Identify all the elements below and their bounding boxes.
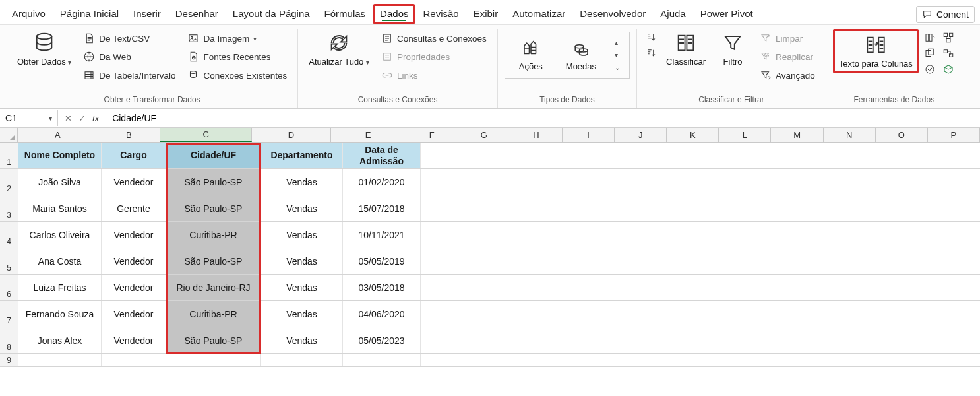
obter-dados-button[interactable]: Obter Dados ▾ xyxy=(13,29,75,69)
links-button[interactable]: Links xyxy=(377,67,491,83)
cell[interactable]: São Paulo-SP xyxy=(166,327,261,353)
cell[interactable]: 05/05/2023 xyxy=(343,327,421,353)
row-header[interactable]: 6 xyxy=(0,275,18,300)
cell[interactable]: Fernando Souza xyxy=(18,301,102,327)
cell[interactable]: 05/05/2019 xyxy=(343,248,421,274)
cell[interactable]: Data de Admissão xyxy=(343,143,421,168)
row-header[interactable]: 9 xyxy=(0,354,18,366)
cell[interactable]: Vendas xyxy=(261,169,343,195)
tab-inserir[interactable]: Inserir xyxy=(127,4,168,24)
col-header[interactable]: G xyxy=(458,128,510,142)
cell[interactable]: 10/11/2021 xyxy=(343,222,421,248)
col-header-e[interactable]: E xyxy=(331,128,406,142)
cell[interactable]: Vendas xyxy=(261,327,343,353)
cell[interactable]: 01/02/2020 xyxy=(343,169,421,195)
cell[interactable] xyxy=(102,354,166,366)
row-header[interactable]: 3 xyxy=(0,195,18,221)
acoes-button[interactable]: Ações xyxy=(512,36,550,74)
row-header[interactable]: 4 xyxy=(0,222,18,248)
cell[interactable]: Vendedor xyxy=(102,248,166,274)
col-header[interactable]: I xyxy=(563,128,615,142)
cell[interactable]: 03/05/2018 xyxy=(343,275,421,300)
cell[interactable]: Ana Costa xyxy=(18,248,102,274)
texto-para-colunas-button[interactable]: Texto para Colunas xyxy=(833,29,919,73)
cell[interactable]: Maria Santos xyxy=(18,195,102,221)
limpar-button[interactable]: Limpar xyxy=(756,30,819,46)
col-header-b[interactable]: B xyxy=(98,128,161,142)
cell[interactable]: Departamento xyxy=(261,143,343,168)
tab-formulas[interactable]: Fórmulas xyxy=(318,4,373,24)
cell[interactable]: Vendas xyxy=(261,222,343,248)
col-header[interactable]: N xyxy=(824,128,876,142)
cell[interactable]: Jonas Alex xyxy=(18,327,102,353)
reaplicar-button[interactable]: Reaplicar xyxy=(756,49,819,65)
cell[interactable]: São Paulo-SP xyxy=(166,169,261,195)
data-model-button[interactable] xyxy=(942,63,954,75)
col-header[interactable]: O xyxy=(876,128,928,142)
cell[interactable]: Vendas xyxy=(261,248,343,274)
filtro-button[interactable]: Filtro xyxy=(714,29,752,69)
col-header[interactable]: K xyxy=(667,128,719,142)
tab-automatizar[interactable]: Automatizar xyxy=(506,4,572,24)
consultas-conexoes-button[interactable]: Consultas e Conexões xyxy=(377,30,491,46)
col-header[interactable]: M xyxy=(771,128,823,142)
relationships-button[interactable] xyxy=(942,48,954,59)
cell[interactable]: Curitiba-PR xyxy=(166,301,261,327)
chevron-up-icon[interactable]: ▴ xyxy=(615,39,620,46)
consolidate-button[interactable] xyxy=(942,32,954,44)
data-validation-button[interactable] xyxy=(924,63,936,75)
cell[interactable]: Vendedor xyxy=(102,222,166,248)
cell[interactable] xyxy=(166,354,261,366)
tab-desenhar[interactable]: Desenhar xyxy=(169,4,225,24)
tab-arquivo[interactable]: Arquivo xyxy=(5,4,52,24)
row-header[interactable]: 1 xyxy=(0,143,18,168)
tab-layout[interactable]: Layout da Página xyxy=(226,4,317,24)
cell[interactable] xyxy=(18,354,102,366)
conexoes-existentes-button[interactable]: Conexões Existentes xyxy=(183,67,291,83)
cell[interactable]: Carlos Oliveira xyxy=(18,222,102,248)
row-header[interactable]: 8 xyxy=(0,327,18,353)
col-header-c[interactable]: C xyxy=(160,128,252,142)
cell[interactable]: São Paulo-SP xyxy=(166,248,261,274)
cell[interactable]: Cidade/UF xyxy=(166,143,261,168)
fontes-recentes-button[interactable]: Fontes Recentes xyxy=(183,49,291,65)
cell[interactable] xyxy=(261,354,343,366)
cell[interactable]: Vendedor xyxy=(102,327,166,353)
cell[interactable]: Curitiba-PR xyxy=(166,222,261,248)
col-header[interactable]: J xyxy=(615,128,667,142)
comments-button[interactable]: Coment xyxy=(916,6,975,23)
cell[interactable] xyxy=(343,354,421,366)
select-all-corner[interactable] xyxy=(0,128,18,142)
col-header[interactable]: F xyxy=(406,128,458,142)
cell[interactable]: Vendedor xyxy=(102,301,166,327)
tab-ajuda[interactable]: Ajuda xyxy=(654,4,692,24)
cell[interactable]: Cargo xyxy=(102,143,166,168)
row-header[interactable]: 5 xyxy=(0,248,18,274)
moedas-button[interactable]: Moedas xyxy=(562,36,600,74)
cell[interactable]: Vendedor xyxy=(102,275,166,300)
cell[interactable]: Vendas xyxy=(261,275,343,300)
classificar-button[interactable]: Classificar xyxy=(662,29,710,69)
row-header[interactable]: 7 xyxy=(0,301,18,327)
cell[interactable]: Luiza Freitas xyxy=(18,275,102,300)
tab-power-pivot[interactable]: Power Pivot xyxy=(694,4,760,24)
tab-exibir[interactable]: Exibir xyxy=(467,4,505,24)
sort-desc-button[interactable] xyxy=(645,48,657,59)
cell[interactable]: João Silva xyxy=(18,169,102,195)
cell[interactable]: 04/06/2020 xyxy=(343,301,421,327)
name-box[interactable]: C1 ▾ xyxy=(0,110,58,126)
cell[interactable]: Rio de Janeiro-RJ xyxy=(166,275,261,300)
formula-input[interactable] xyxy=(106,110,980,126)
cell[interactable]: Vendas xyxy=(261,195,343,221)
tab-desenvolvedor[interactable]: Desenvolvedor xyxy=(573,4,652,24)
cell[interactable]: 15/07/2018 xyxy=(343,195,421,221)
cell[interactable]: Vendas xyxy=(261,301,343,327)
chevron-down-icon[interactable]: ▾ xyxy=(615,51,620,59)
da-imagem-button[interactable]: Da Imagem ▾ xyxy=(183,30,291,46)
de-text-csv-button[interactable]: De Text/CSV xyxy=(79,30,179,46)
de-tabela-button[interactable]: De Tabela/Intervalo xyxy=(79,67,179,83)
cell[interactable]: Gerente xyxy=(102,195,166,221)
col-header[interactable]: H xyxy=(510,128,563,142)
tab-dados[interactable]: Dados xyxy=(373,4,415,24)
sort-asc-button[interactable] xyxy=(645,32,657,44)
